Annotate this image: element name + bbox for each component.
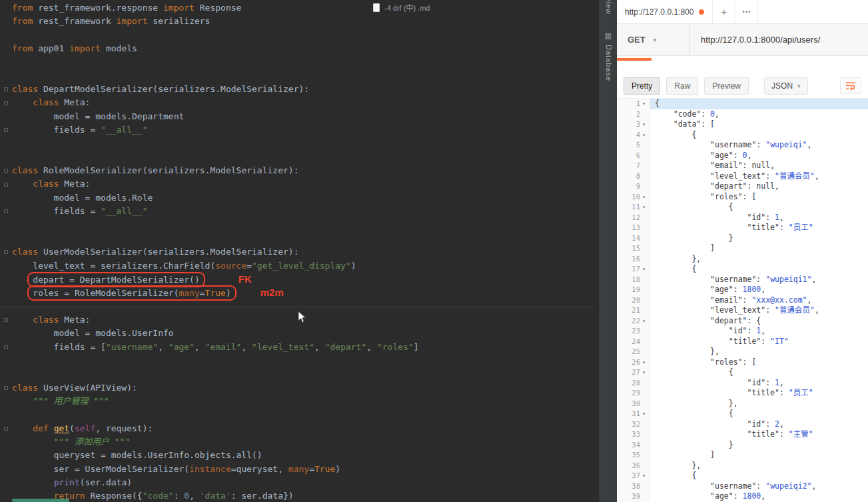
code-line[interactable] xyxy=(0,55,596,69)
fold-marker xyxy=(0,367,12,381)
fold-marker[interactable] xyxy=(0,83,12,96)
line-number: 10 xyxy=(617,192,642,203)
fold-toggle-icon[interactable]: ▾ xyxy=(642,202,650,213)
fold-marker[interactable] xyxy=(0,164,12,177)
view-button-pretty[interactable]: Pretty xyxy=(624,77,660,95)
code-editor[interactable]: from rest_framework.response import Resp… xyxy=(0,0,600,502)
json-line: 11▾ { xyxy=(617,202,868,213)
code-line[interactable]: print(ser.data) xyxy=(0,476,596,489)
tab-options-button[interactable]: ••• xyxy=(735,0,758,23)
code-line[interactable]: model = models.UserInfo xyxy=(0,327,596,340)
code-line[interactable]: class DepartModelSerializer(serializers.… xyxy=(0,83,596,96)
code-line[interactable]: class RoleModelSerializer(serializers.Mo… xyxy=(0,164,596,177)
code-line[interactable] xyxy=(0,137,596,150)
code-line[interactable]: class Meta: xyxy=(0,96,596,109)
editor-tab-md[interactable]: -4 drf (中) .md xyxy=(373,2,430,13)
line-gutter: 23 xyxy=(617,326,650,337)
fold-marker[interactable] xyxy=(0,422,12,435)
line-gutter: 19 xyxy=(617,285,650,295)
fold-toggle-icon[interactable]: ▾ xyxy=(642,130,650,141)
line-number: 9 xyxy=(617,181,642,192)
code-line[interactable]: class UserModelSerializer(serializers.Mo… xyxy=(0,245,596,259)
line-gutter: 3▾ xyxy=(617,119,650,130)
method-select[interactable]: GET ▾ xyxy=(617,24,690,55)
fold-marker[interactable] xyxy=(0,205,12,218)
url-input[interactable]: http://127.0.0.1:8000/api/users/ xyxy=(690,35,868,45)
line-number: 31 xyxy=(617,409,642,419)
view-button-raw[interactable]: Raw xyxy=(666,77,698,95)
code-line[interactable]: fields = ["username", "age", "email", "l… xyxy=(0,341,596,354)
request-tab[interactable]: http://127.0.0.1:800 xyxy=(617,0,713,23)
code-line[interactable]: roles = RoleModelSerializer(many=True)m2… xyxy=(0,286,596,299)
fold-marker xyxy=(0,137,12,150)
fold-marker[interactable] xyxy=(0,177,12,191)
code-line[interactable] xyxy=(0,367,596,381)
tool-window-view[interactable]: view xyxy=(605,0,613,15)
code-line[interactable] xyxy=(0,69,596,83)
code-line[interactable]: from rest_framework.response import Resp… xyxy=(0,1,596,15)
json-line: 1▾{ xyxy=(617,99,868,109)
fold-toggle-icon[interactable]: ▾ xyxy=(642,367,650,378)
code-line[interactable]: return Response({"code": 0, 'data': ser.… xyxy=(0,489,596,502)
code-line[interactable] xyxy=(0,354,596,367)
fold-toggle-icon[interactable]: ▾ xyxy=(642,264,650,275)
json-line: 15 ] xyxy=(617,243,868,254)
code-line[interactable] xyxy=(0,219,596,232)
line-number: 23 xyxy=(617,326,642,337)
code-line[interactable] xyxy=(0,408,596,421)
line-number: 34 xyxy=(617,440,642,451)
response-toolbar: Pretty Raw Preview JSON ▾ xyxy=(617,73,868,99)
code-line[interactable]: ser = UserModelSerializer(instance=query… xyxy=(0,463,596,476)
code-line[interactable] xyxy=(0,232,596,245)
code-line[interactable]: """ 添加用户 """ xyxy=(0,435,596,449)
fold-marker xyxy=(0,273,12,286)
code-line[interactable]: fields = "__all__" xyxy=(0,123,596,137)
code-line[interactable]: model = models.Department xyxy=(0,110,596,123)
fold-marker[interactable] xyxy=(0,381,12,395)
code-line[interactable]: level_text = serializers.CharField(sourc… xyxy=(0,259,596,273)
fold-toggle-icon[interactable]: ▾ xyxy=(642,471,650,481)
code-line[interactable] xyxy=(0,29,596,42)
fold-toggle-icon[interactable]: ▾ xyxy=(642,409,650,419)
line-gutter: 2 xyxy=(617,109,650,120)
fold-marker[interactable] xyxy=(0,245,12,259)
view-button-preview[interactable]: Preview xyxy=(704,77,749,95)
code-line[interactable]: from app01 import models xyxy=(0,42,596,55)
fold-toggle-icon[interactable]: ▾ xyxy=(642,119,650,130)
fold-marker[interactable] xyxy=(0,313,12,327)
code-line[interactable]: fields = "__all__" xyxy=(0,205,596,218)
fold-toggle-icon[interactable]: ▾ xyxy=(642,192,650,203)
code-line[interactable] xyxy=(0,151,596,164)
line-gutter: 9 xyxy=(617,181,650,192)
json-line: 21 "level_text": "普通会员", xyxy=(617,305,868,316)
code-line[interactable]: from rest_framework import serializers xyxy=(0,15,596,28)
fold-marker[interactable] xyxy=(0,96,12,109)
line-number: 26 xyxy=(617,357,642,368)
code-line[interactable]: class UserView(APIView): xyxy=(0,381,596,395)
code-line[interactable]: def get(self, request): xyxy=(0,422,596,435)
code-line[interactable]: model = models.Role xyxy=(0,191,596,205)
wrap-lines-button[interactable] xyxy=(840,77,861,94)
fold-marker[interactable] xyxy=(0,341,12,354)
code-line[interactable]: """ 用户管理 """ xyxy=(0,395,596,408)
fold-marker xyxy=(0,300,12,313)
new-tab-button[interactable]: + xyxy=(713,0,735,23)
fold-toggle-icon[interactable]: ▾ xyxy=(642,316,650,327)
response-body[interactable]: 1▾{2 "code": 0,3▾ "data": [4▾ {5 "userna… xyxy=(617,99,868,502)
line-gutter: 15 xyxy=(617,243,650,254)
line-number: 39 xyxy=(617,491,642,502)
unsaved-dot-icon xyxy=(699,9,704,15)
code-line[interactable]: depart = DepartModelSerializer()FK xyxy=(0,273,596,286)
json-line: 23 "id": 1, xyxy=(617,326,868,337)
postman-panel: http://127.0.0.1:800 + ••• GET ▾ http://… xyxy=(617,0,868,502)
tool-window-database[interactable]: Database xyxy=(605,45,613,81)
fold-toggle-icon[interactable]: ▾ xyxy=(642,357,650,368)
fold-marker[interactable] xyxy=(0,123,12,137)
code-line[interactable]: class Meta: xyxy=(0,177,596,191)
code-line[interactable]: queryset = models.UserInfo.objects.all() xyxy=(0,449,596,462)
line-gutter: 11▾ xyxy=(617,202,650,213)
format-select[interactable]: JSON ▾ xyxy=(764,77,808,95)
fold-toggle-icon[interactable]: ▾ xyxy=(642,99,650,109)
fold-marker xyxy=(0,286,12,299)
line-gutter: 26▾ xyxy=(617,357,650,368)
